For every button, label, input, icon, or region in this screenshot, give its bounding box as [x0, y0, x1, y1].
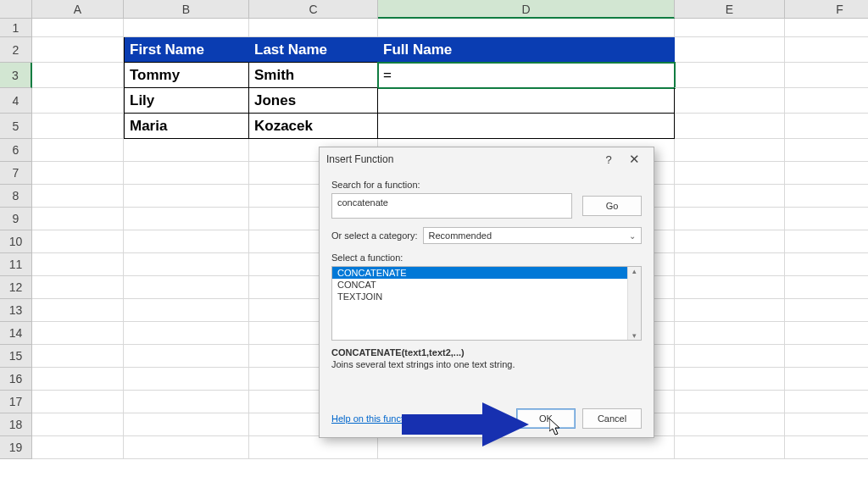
row-header-18[interactable]: 18 — [0, 413, 32, 436]
cell-E4[interactable] — [675, 88, 785, 114]
cell-A15[interactable] — [32, 345, 124, 368]
cell-F11[interactable] — [785, 253, 868, 276]
cell-A4[interactable] — [32, 88, 124, 114]
cell-B8[interactable] — [124, 185, 249, 208]
cell-B4[interactable]: Lily — [124, 88, 249, 114]
cell-F2[interactable] — [785, 37, 868, 63]
cell-E1[interactable] — [675, 19, 785, 37]
cell-C1[interactable] — [249, 19, 378, 37]
cell-B9[interactable] — [124, 208, 249, 230]
cell-E12[interactable] — [675, 276, 785, 299]
cell-B13[interactable] — [124, 299, 249, 322]
cell-C3[interactable]: Smith — [249, 63, 378, 88]
cell-A8[interactable] — [32, 185, 124, 208]
row-header-5[interactable]: 5 — [0, 114, 32, 139]
cell-B10[interactable] — [124, 230, 249, 253]
function-listbox[interactable]: CONCATENATECONCATTEXTJOIN▴▾ — [331, 266, 642, 341]
dialog-titlebar[interactable]: Insert Function ? ✕ — [320, 147, 654, 171]
cell-B5[interactable]: Maria — [124, 114, 249, 139]
cell-C4[interactable]: Jones — [249, 88, 378, 114]
row-header-15[interactable]: 15 — [0, 345, 32, 368]
cell-F17[interactable] — [785, 391, 868, 413]
row-header-7[interactable]: 7 — [0, 162, 32, 185]
cell-E17[interactable] — [675, 391, 785, 413]
row-header-10[interactable]: 10 — [0, 230, 32, 253]
row-header-9[interactable]: 9 — [0, 208, 32, 230]
cell-D1[interactable] — [378, 19, 675, 37]
column-header-c[interactable]: C — [249, 0, 378, 19]
cell-F13[interactable] — [785, 299, 868, 322]
cell-A19[interactable] — [32, 436, 124, 459]
cell-E5[interactable] — [675, 114, 785, 139]
cell-D5[interactable] — [378, 114, 675, 139]
cell-F6[interactable] — [785, 139, 868, 162]
cell-A10[interactable] — [32, 230, 124, 253]
cell-C5[interactable]: Kozacek — [249, 114, 378, 139]
cell-B14[interactable] — [124, 322, 249, 345]
cell-A3[interactable] — [32, 63, 124, 88]
cell-B16[interactable] — [124, 368, 249, 391]
cell-D2[interactable]: Full Name — [378, 37, 675, 63]
function-item-textjoin[interactable]: TEXTJOIN — [332, 291, 641, 302]
scrollbar[interactable]: ▴▾ — [627, 267, 641, 340]
cell-D3[interactable]: = — [378, 63, 675, 88]
row-header-3[interactable]: 3 — [0, 63, 32, 88]
cell-E18[interactable] — [675, 413, 785, 436]
cell-B12[interactable] — [124, 276, 249, 299]
cell-D4[interactable] — [378, 88, 675, 114]
cell-E19[interactable] — [675, 436, 785, 459]
cell-F15[interactable] — [785, 345, 868, 368]
cell-A18[interactable] — [32, 413, 124, 436]
cell-E2[interactable] — [675, 37, 785, 63]
cell-B6[interactable] — [124, 139, 249, 162]
cell-F14[interactable] — [785, 322, 868, 345]
search-input[interactable]: concatenate — [331, 193, 572, 219]
row-header-14[interactable]: 14 — [0, 322, 32, 345]
cell-A12[interactable] — [32, 276, 124, 299]
cell-A17[interactable] — [32, 391, 124, 413]
row-header-13[interactable]: 13 — [0, 299, 32, 322]
go-button[interactable]: Go — [582, 196, 642, 216]
cell-F9[interactable] — [785, 208, 868, 230]
function-item-concatenate[interactable]: CONCATENATE — [332, 267, 641, 279]
cell-E10[interactable] — [675, 230, 785, 253]
cell-A6[interactable] — [32, 139, 124, 162]
row-header-19[interactable]: 19 — [0, 436, 32, 459]
cell-A16[interactable] — [32, 368, 124, 391]
cell-B19[interactable] — [124, 436, 249, 459]
cell-E16[interactable] — [675, 368, 785, 391]
cell-B1[interactable] — [124, 19, 249, 37]
cancel-button[interactable]: Cancel — [582, 408, 642, 429]
cell-E11[interactable] — [675, 253, 785, 276]
cell-B15[interactable] — [124, 345, 249, 368]
cell-F3[interactable] — [785, 63, 868, 88]
column-header-a[interactable]: A — [32, 0, 124, 19]
row-header-2[interactable]: 2 — [0, 37, 32, 63]
column-header-d[interactable]: D — [378, 0, 675, 19]
cell-F12[interactable] — [785, 276, 868, 299]
category-select[interactable]: Recommended ⌄ — [423, 227, 643, 244]
cell-F8[interactable] — [785, 185, 868, 208]
cell-B11[interactable] — [124, 253, 249, 276]
cell-E6[interactable] — [675, 139, 785, 162]
cell-A1[interactable] — [32, 19, 124, 37]
cell-F18[interactable] — [785, 413, 868, 436]
column-header-e[interactable]: E — [675, 0, 785, 19]
cell-A5[interactable] — [32, 114, 124, 139]
dialog-help-icon[interactable]: ? — [596, 153, 621, 166]
cell-C2[interactable]: Last Name — [249, 37, 378, 63]
ok-button[interactable]: OK — [516, 408, 576, 429]
row-header-6[interactable]: 6 — [0, 139, 32, 162]
cell-F7[interactable] — [785, 162, 868, 185]
cell-F5[interactable] — [785, 114, 868, 139]
cell-E8[interactable] — [675, 185, 785, 208]
cell-E13[interactable] — [675, 299, 785, 322]
cell-A2[interactable] — [32, 37, 124, 63]
function-item-concat[interactable]: CONCAT — [332, 279, 641, 291]
cell-B2[interactable]: First Name — [124, 37, 249, 63]
column-header-b[interactable]: B — [124, 0, 249, 19]
cell-B17[interactable] — [124, 391, 249, 413]
help-on-function-link[interactable]: Help on this function — [331, 413, 416, 424]
cell-A9[interactable] — [32, 208, 124, 230]
select-all-corner[interactable] — [0, 0, 32, 19]
